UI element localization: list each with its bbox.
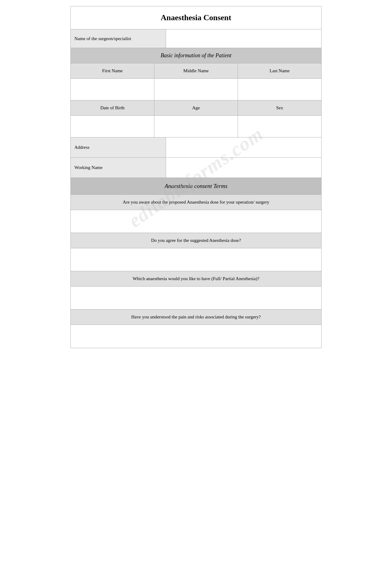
dob-input[interactable] <box>71 116 154 137</box>
surgeon-label: Name of the surgeon/specialist <box>71 29 166 48</box>
last-name-input[interactable] <box>238 79 321 100</box>
working-name-row: Working Name <box>71 158 321 178</box>
form-title: Anaesthesia Consent <box>74 13 318 22</box>
dob-label: Date of Birth <box>71 100 154 115</box>
answer-2[interactable] <box>71 248 321 271</box>
working-name-input[interactable] <box>166 158 321 178</box>
question-2: Do you agree for the suggested Anesthesi… <box>71 233 321 248</box>
address-row: Address <box>71 137 321 158</box>
question-3: Which anaesthesia would you like to have… <box>71 271 321 287</box>
address-label: Address <box>71 137 166 157</box>
name-column-headers: First Name Middle Name Last Name <box>71 63 321 79</box>
middle-name-input[interactable] <box>154 79 238 100</box>
working-name-label: Working Name <box>71 158 166 178</box>
age-label: Age <box>154 100 238 115</box>
sex-label: Sex <box>238 100 321 115</box>
surgeon-value-field[interactable] <box>166 29 321 48</box>
name-input-row <box>71 79 321 100</box>
first-name-header: First Name <box>71 63 154 78</box>
address-input[interactable] <box>166 137 321 157</box>
title-row: Anaesthesia Consent <box>71 6 321 29</box>
sex-input[interactable] <box>238 116 321 137</box>
terms-header: Anaesthesia consent Terms <box>71 178 321 195</box>
question-4: Have you understood the pain and risks a… <box>71 310 321 325</box>
dob-age-sex-labels: Date of Birth Age Sex <box>71 100 321 116</box>
form-container: editableforms.com Anaesthesia Consent Na… <box>70 6 322 348</box>
answer-3[interactable] <box>71 287 321 310</box>
dob-age-sex-input-row <box>71 116 321 137</box>
last-name-header: Last Name <box>238 63 321 78</box>
middle-name-header: Middle Name <box>154 63 238 78</box>
age-input[interactable] <box>154 116 238 137</box>
question-1: Are you aware about the proposed Anaesth… <box>71 195 321 210</box>
answer-4[interactable] <box>71 325 321 348</box>
basic-info-header: Basic information of the Patient <box>71 48 321 63</box>
surgeon-row: Name of the surgeon/specialist <box>71 29 321 48</box>
first-name-input[interactable] <box>71 79 154 100</box>
answer-1[interactable] <box>71 210 321 233</box>
